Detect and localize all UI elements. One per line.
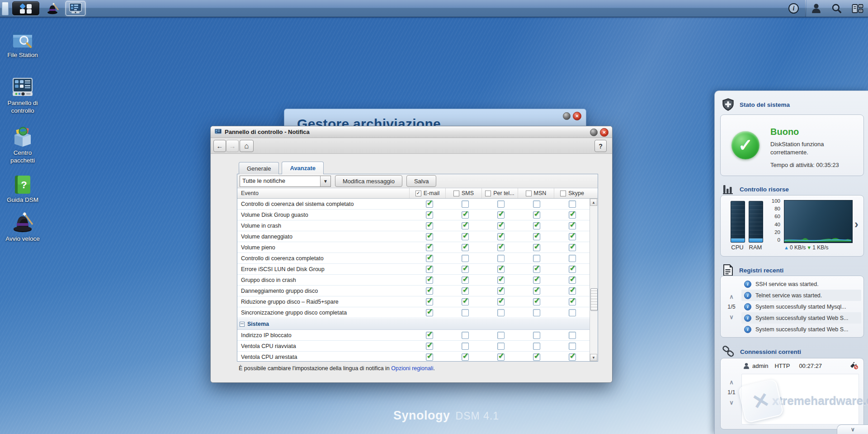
column-header-pertel[interactable]: Per tel... [481,188,518,198]
column-checkbox[interactable] [453,191,459,196]
pager-down-icon[interactable]: ∨ [729,314,734,320]
sidebar-collapse-button[interactable]: ∨ [837,424,868,434]
notify-checkbox-email[interactable] [426,255,433,262]
minimize-button[interactable] [563,112,571,120]
tab-generale[interactable]: Generale [239,162,279,174]
notify-checkbox-sms[interactable] [462,298,469,305]
notify-checkbox-sms[interactable] [462,343,469,350]
notify-checkbox-pertel[interactable] [497,266,505,273]
back-button[interactable]: ← [213,140,226,152]
desktop-icon-control-panel[interactable]: Pannello di controllo [1,77,44,115]
column-checkbox[interactable]: ✓ [415,191,421,196]
show-desktop-button[interactable] [2,2,9,15]
table-row[interactable]: Controllo di coerenza del sistema comple… [237,199,590,210]
main-menu-button[interactable] [12,1,39,15]
notify-checkbox-sms[interactable] [462,244,469,251]
notify-checkbox-pertel[interactable] [497,211,505,219]
notify-checkbox-sms[interactable] [462,332,469,339]
chevron-right-icon[interactable]: › [854,217,859,231]
home-button[interactable]: ⌂ [240,140,254,152]
user-icon[interactable] [811,3,821,14]
help-button[interactable]: ? [594,140,607,152]
scrollbar-thumb[interactable] [590,288,598,311]
table-row[interactable]: Volume in crash [237,220,590,231]
notify-checkbox-msn[interactable] [533,266,540,273]
desktop-icon-file-station[interactable]: File Station [1,28,44,59]
notify-checkbox-pertel[interactable] [497,222,505,229]
notify-checkbox-sms[interactable] [462,353,469,361]
notify-checkbox-skype[interactable] [569,298,576,305]
disconnect-icon[interactable] [849,362,858,369]
regional-options-link[interactable]: Opzioni regionali [391,365,433,372]
close-icon[interactable]: ✕ [600,128,609,137]
notify-checkbox-email[interactable] [426,233,433,240]
window-titlebar[interactable]: Pannello di controllo - Notifica ✕ [211,126,612,138]
column-header-msn[interactable]: MSN [518,188,554,198]
table-row[interactable]: Gruppo disco in crash [237,275,590,286]
connection-row[interactable]: admin HTTP 00:27:27 [743,362,858,369]
table-row[interactable]: Ventola CPU arrestata [237,352,590,361]
table-row[interactable]: Sincronizzazione gruppo disco completata [237,307,590,318]
table-row[interactable]: Riduzione gruppo disco – Raid5+spare [237,296,590,307]
collapse-icon[interactable] [240,322,245,327]
notify-checkbox-sms[interactable] [462,266,469,273]
column-checkbox[interactable] [526,191,532,196]
scroll-down-icon[interactable]: ▼ [590,354,597,361]
notify-checkbox-msn[interactable] [533,343,540,350]
notify-checkbox-pertel[interactable] [497,309,505,316]
log-item[interactable]: iTelnet service was started. [741,290,861,301]
tab-avanzate[interactable]: Avanzate [282,162,324,174]
notify-checkbox-email[interactable] [426,200,433,208]
notify-checkbox-sms[interactable] [462,200,469,208]
notify-checkbox-skype[interactable] [569,255,576,262]
vertical-scrollbar[interactable]: ▲ ▼ [590,199,598,361]
notify-checkbox-msn[interactable] [533,298,540,305]
notify-checkbox-pertel[interactable] [497,332,505,339]
table-row[interactable]: Volume danneggiato [237,231,590,242]
notify-checkbox-msn[interactable] [533,222,540,229]
table-row[interactable]: Indirizzo IP bloccato [237,330,590,341]
notify-checkbox-msn[interactable] [533,353,540,361]
notify-checkbox-skype[interactable] [569,200,576,208]
pager-up-icon[interactable]: ∧ [729,379,734,385]
notify-checkbox-email[interactable] [426,244,433,251]
notify-checkbox-sms[interactable] [462,211,469,219]
chevron-down-icon[interactable]: ▼ [320,176,330,186]
notify-checkbox-pertel[interactable] [497,244,505,251]
notify-checkbox-msn[interactable] [533,287,540,295]
table-row[interactable]: Volume Disk Group guasto [237,210,590,220]
notify-checkbox-pertel[interactable] [497,233,505,240]
table-row[interactable]: Danneggiamento gruppo disco [237,286,590,296]
notify-checkbox-skype[interactable] [569,309,576,316]
notify-checkbox-sms[interactable] [462,233,469,240]
group-row[interactable]: Sistema [237,318,590,330]
notify-checkbox-msn[interactable] [533,233,540,240]
edit-message-button[interactable]: Modifica messaggio [335,175,402,187]
close-icon[interactable]: ✕ [573,112,581,120]
notify-checkbox-skype[interactable] [569,222,576,229]
scroll-up-icon[interactable]: ▲ [590,199,597,206]
column-header-email[interactable]: ✓E-mail [409,188,445,198]
notify-checkbox-skype[interactable] [569,233,576,240]
notify-checkbox-msn[interactable] [533,309,540,316]
notify-checkbox-pertel[interactable] [497,353,505,361]
notify-checkbox-msn[interactable] [533,277,540,284]
notify-checkbox-skype[interactable] [569,211,576,219]
desktop-icon-quick-start[interactable]: Avvio veloce [1,211,44,243]
notify-checkbox-skype[interactable] [569,266,576,273]
forward-button[interactable]: → [226,140,239,152]
notify-checkbox-sms[interactable] [462,222,469,229]
table-row[interactable]: Errore iSCSI LUN del Disk Group [237,264,590,275]
table-row[interactable]: Volume pieno [237,242,590,253]
column-checkbox[interactable] [485,191,491,196]
notify-checkbox-email[interactable] [426,211,433,219]
notify-checkbox-email[interactable] [426,287,433,295]
column-header-sms[interactable]: SMS [445,188,481,198]
table-row[interactable]: Controllo di coerenza completato [237,253,590,264]
taskbar-app-quick-start[interactable] [43,1,62,15]
notification-filter-select[interactable]: Tutte le notifiche ▼ [240,176,331,187]
notify-checkbox-pertel[interactable] [497,277,505,284]
pager-up-icon[interactable]: ∧ [729,294,734,300]
notify-checkbox-skype[interactable] [569,287,576,295]
taskbar-app-control-panel[interactable] [66,1,85,16]
